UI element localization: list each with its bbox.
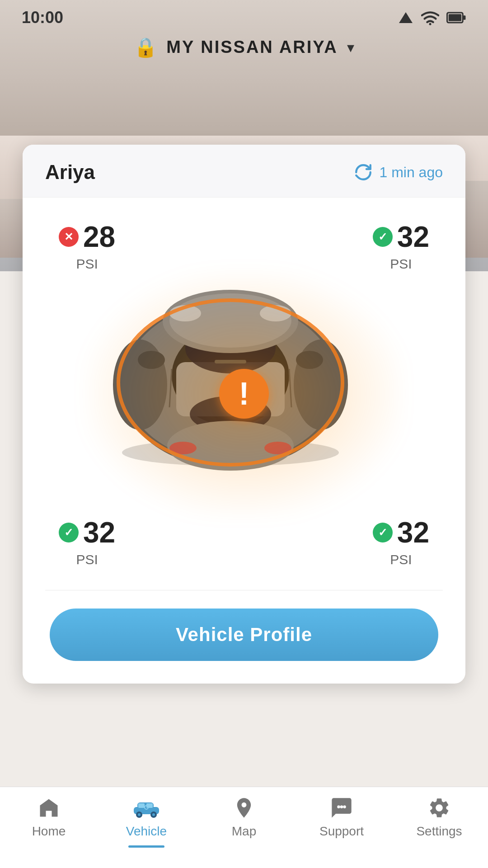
tire-rear-left-value: 32 [83,516,115,549]
tires-container: ✕ 28 PSI ✓ 32 PSI [23,198,465,590]
nav-item-support[interactable]: Support [293,796,390,839]
tire-rear-right-status: ✓ [373,523,393,542]
tire-front-right-unit: PSI [390,256,412,272]
nav-label-map: Map [232,824,256,839]
svg-point-65 [343,806,346,809]
nav-item-home[interactable]: Home [0,796,98,839]
nav-item-vehicle[interactable]: Vehicle [98,796,195,839]
svg-marker-0 [399,12,413,23]
vehicle-card: Ariya 1 min ago ✕ 28 PSI [23,145,465,684]
svg-point-64 [340,806,343,809]
header-title: MY NISSAN ARIYA [166,38,338,57]
refresh-area[interactable]: 1 min ago [354,163,443,182]
tire-front-right: ✓ 32 PSI [373,220,429,272]
tire-front-left-value: 28 [83,220,115,254]
svg-rect-4 [449,14,461,21]
tire-front-right-status: ✓ [373,227,393,247]
chevron-down-icon[interactable]: ▾ [347,39,354,56]
warning-badge: ! [219,369,269,419]
warning-exclamation: ! [239,378,249,410]
tire-rear-right-value: 32 [397,516,429,549]
svg-point-60 [138,813,141,816]
car-top-view: ! [95,281,393,507]
status-time: 10:00 [22,8,63,27]
svg-rect-56 [138,803,145,808]
support-icon [330,796,353,820]
svg-point-61 [152,813,155,816]
nav-label-home: Home [32,824,66,839]
settings-icon [427,796,451,820]
svg-point-63 [337,806,340,809]
nav-item-settings[interactable]: Settings [390,796,488,839]
bottom-navigation: Home Vehicle Map [0,787,488,868]
header[interactable]: 🔒 MY NISSAN ARIYA ▾ [0,36,488,58]
tire-rear-right: ✓ 32 PSI [373,516,429,567]
lock-icon: 🔒 [134,36,157,58]
tire-front-right-value: 32 [397,220,429,254]
home-icon [37,796,61,820]
map-icon [232,796,256,820]
nav-item-map[interactable]: Map [195,796,293,839]
tire-rear-right-unit: PSI [390,552,412,567]
wifi-icon [421,9,439,26]
nav-label-vehicle: Vehicle [126,824,167,839]
battery-icon [446,9,466,26]
nav-label-settings: Settings [416,824,462,839]
status-icons [398,9,466,26]
vehicle-name: Ariya [45,161,95,184]
card-header: Ariya 1 min ago [23,145,465,198]
status-bar: 10:00 [0,0,488,33]
refresh-icon [354,163,373,182]
tire-rear-left-status: ✓ [59,523,79,542]
tire-rear-left-unit: PSI [76,552,98,567]
tire-rear-left: ✓ 32 PSI [59,516,115,567]
tires-top-row: ✕ 28 PSI ✓ 32 PSI [59,220,429,272]
tires-bottom-row: ✓ 32 PSI ✓ 32 PSI [59,516,429,567]
tire-front-left-status: ✕ [59,227,79,247]
vehicle-icon [132,796,161,820]
nav-label-support: Support [319,824,364,839]
vehicle-profile-button[interactable]: Vehicle Profile [50,609,438,661]
card-divider [45,590,443,590]
tire-front-left-unit: PSI [76,256,98,272]
svg-point-1 [429,23,432,25]
signal-icon [398,9,414,26]
svg-rect-3 [463,15,465,19]
car-image-area: ! [59,281,429,507]
tire-front-left: ✕ 28 PSI [59,220,115,272]
last-updated-text: 1 min ago [379,164,443,181]
